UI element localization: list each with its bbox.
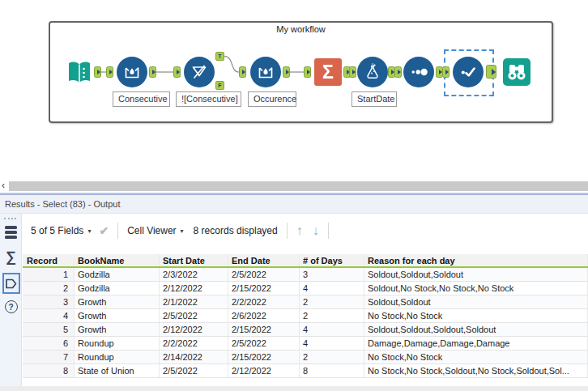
column-header[interactable]: BookName xyxy=(75,254,160,266)
input-anchor[interactable] xyxy=(239,66,246,78)
table-cell[interactable]: 3 xyxy=(300,268,364,281)
scroll-up-icon[interactable]: ↑ xyxy=(296,223,303,238)
tool-annotation-occurence[interactable]: Occurence xyxy=(248,91,296,107)
input-anchor[interactable] xyxy=(394,66,402,78)
table-cell[interactable]: 4 xyxy=(300,323,364,336)
input-anchor[interactable] xyxy=(106,66,113,78)
formula-tool[interactable] xyxy=(357,57,388,87)
table-cell[interactable]: 4 xyxy=(300,337,364,350)
input-anchor[interactable] xyxy=(349,66,356,78)
table-cell[interactable]: 2 xyxy=(23,282,75,295)
summarize-tool[interactable]: Σ xyxy=(314,58,342,86)
table-cell[interactable]: Roundup xyxy=(75,351,160,363)
tool-annotation-consecutive[interactable]: Consecutive xyxy=(113,91,170,107)
sample-tool[interactable] xyxy=(403,57,434,87)
table-cell[interactable]: Godzilla xyxy=(75,282,160,295)
table-cell[interactable]: Roundup xyxy=(75,337,160,350)
filter-false-anchor[interactable]: F xyxy=(215,81,224,90)
input-anchor[interactable] xyxy=(442,66,450,78)
table-cell[interactable]: 2/12/2022 xyxy=(160,282,228,295)
help-icon[interactable]: ? xyxy=(0,298,22,316)
table-cell[interactable]: 3 xyxy=(23,295,75,308)
table-cell[interactable]: Growth xyxy=(75,323,160,336)
table-cell[interactable]: 2 xyxy=(300,351,364,363)
table-cell[interactable]: 2 xyxy=(300,309,364,322)
data-profile-icon-selected[interactable] xyxy=(0,272,22,295)
table-cell[interactable]: 2/2/2022 xyxy=(160,337,228,350)
table-cell[interactable]: 7 xyxy=(23,351,75,363)
alteryx-designer-screen: My workflow xyxy=(0,0,588,391)
output-anchor[interactable] xyxy=(94,66,101,78)
table-cell[interactable]: 2/2/2022 xyxy=(228,295,300,308)
canvas-horizontal-scrollbar[interactable]: ‹ xyxy=(0,181,588,192)
metadata-sigma-icon[interactable]: ∑ xyxy=(0,247,22,266)
table-cell[interactable]: 2/5/2022 xyxy=(228,268,300,281)
table-cell[interactable]: 2 xyxy=(300,295,364,308)
table-cell[interactable]: No Stock,No Stock,Soldout,No Stock,Soldo… xyxy=(364,364,588,377)
table-cell[interactable]: 6 xyxy=(23,337,75,350)
multi-row-formula-tool-1[interactable] xyxy=(117,57,147,87)
table-row: 3Growth2/1/20222/2/20222Soldout,Soldout xyxy=(23,295,588,309)
cell-viewer-dropdown[interactable]: Cell Viewer ▾ xyxy=(127,225,183,236)
table-cell[interactable]: 2/15/2022 xyxy=(228,282,300,295)
scroll-down-icon[interactable]: ↓ xyxy=(313,223,319,238)
table-cell[interactable]: Damage,Damage,Damage,Damage xyxy=(364,337,588,350)
output-anchor[interactable] xyxy=(149,66,156,78)
select-output-anchor[interactable] xyxy=(486,65,496,79)
input-anchor[interactable] xyxy=(304,66,311,78)
table-cell[interactable]: Soldout,Soldout,Soldout xyxy=(364,268,588,281)
tool-annotation-startdate[interactable]: StartDate xyxy=(352,91,397,107)
table-cell[interactable]: Godzilla xyxy=(75,268,160,281)
table-cell[interactable]: 4 xyxy=(300,282,364,295)
table-cell[interactable]: 2/5/2022 xyxy=(160,309,228,322)
results-sidebar: ∑ ? xyxy=(0,214,22,391)
table-cell[interactable]: 2/14/2022 xyxy=(160,351,228,363)
table-cell[interactable]: 2/3/2022 xyxy=(160,268,228,281)
scroll-left-icon[interactable]: ‹ xyxy=(2,181,9,192)
table-cell[interactable]: 8 xyxy=(23,364,75,377)
results-toolbar: 5 of 5 Fields ▾ ✔ Cell Viewer ▾ 8 record… xyxy=(31,221,338,240)
tool-annotation-not-consecutive[interactable]: ![Consecutive] xyxy=(176,91,241,107)
table-cell[interactable]: No Stock,No Stock xyxy=(364,351,588,363)
apply-check-icon[interactable]: ✔ xyxy=(99,224,109,237)
input-anchor[interactable] xyxy=(173,66,181,78)
table-cell[interactable]: 2/15/2022 xyxy=(228,323,300,336)
table-cell[interactable]: Soldout,No Stock,No Stock,No Stock xyxy=(364,282,588,295)
table-cell[interactable]: 2/1/2022 xyxy=(160,295,228,308)
table-cell[interactable]: 2/12/2022 xyxy=(228,364,300,377)
results-panel-title: Results - Select (83) - Output xyxy=(0,195,588,214)
column-header[interactable]: Record xyxy=(23,254,75,266)
table-cell[interactable]: Growth xyxy=(75,309,160,322)
filter-true-anchor[interactable]: T xyxy=(215,52,224,61)
column-header[interactable]: End Date xyxy=(228,254,300,266)
filter-tool[interactable] xyxy=(184,57,215,87)
table-cell[interactable]: 2/12/2022 xyxy=(160,323,228,336)
table-cell[interactable]: State of Union xyxy=(75,364,160,377)
table-view-icon[interactable] xyxy=(0,224,22,240)
scrollbar-thumb[interactable] xyxy=(9,181,588,191)
table-cell[interactable]: Soldout,Soldout xyxy=(364,295,588,308)
select-tool[interactable] xyxy=(453,57,484,87)
column-header[interactable]: Reason for each day xyxy=(364,254,588,266)
table-cell[interactable]: No Stock,No Stock xyxy=(364,309,588,322)
pentagon-icon xyxy=(4,277,18,291)
column-header[interactable]: Start Date xyxy=(160,254,228,266)
table-cell[interactable]: 2/5/2022 xyxy=(228,337,300,350)
table-cell[interactable]: Soldout,Soldout,Soldout,Soldout xyxy=(364,323,588,336)
table-cell[interactable]: 2/5/2022 xyxy=(160,364,228,377)
table-cell[interactable]: 1 xyxy=(23,268,75,281)
table-cell[interactable]: 4 xyxy=(23,309,75,322)
sidebar-grip-handle[interactable] xyxy=(4,218,16,219)
table-cell[interactable]: Growth xyxy=(75,295,160,308)
results-bottom-scrollbar[interactable] xyxy=(0,386,588,391)
output-anchor[interactable] xyxy=(283,66,290,78)
column-header[interactable]: # of Days xyxy=(300,254,364,266)
table-cell[interactable]: 8 xyxy=(300,364,364,377)
table-cell[interactable]: 2/6/2022 xyxy=(228,309,300,322)
table-cell[interactable]: 5 xyxy=(23,323,75,336)
browse-tool[interactable] xyxy=(503,58,530,86)
multi-row-formula-tool-2[interactable] xyxy=(250,57,281,87)
table-cell[interactable]: 2/15/2022 xyxy=(228,351,300,363)
fields-dropdown[interactable]: 5 of 5 Fields ▾ xyxy=(31,225,91,236)
input-data-tool[interactable] xyxy=(66,57,92,87)
